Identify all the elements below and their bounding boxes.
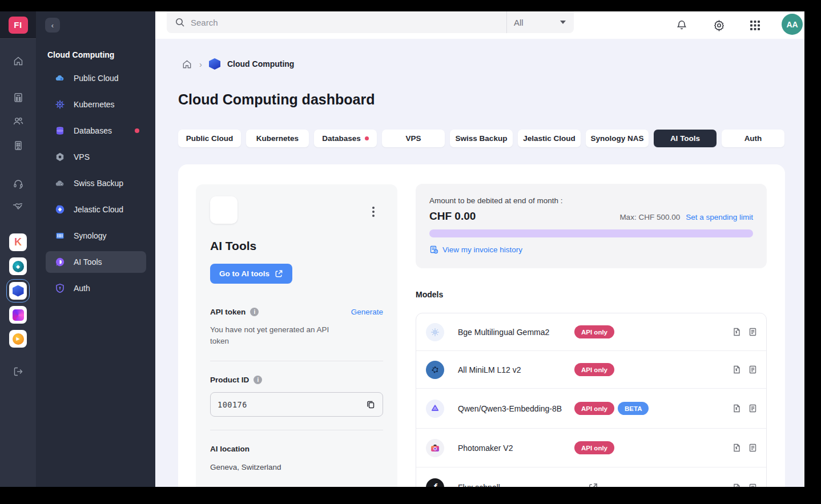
tab-ai-tools[interactable]: AI Tools (654, 130, 717, 147)
doc-lines-icon[interactable] (748, 327, 758, 337)
product-id-input[interactable] (218, 400, 366, 409)
sidebar-item-kubernetes[interactable]: Kubernetes (46, 94, 146, 115)
doc-pricing-icon[interactable] (732, 404, 742, 413)
notification-dot (365, 136, 369, 140)
home-icon[interactable] (0, 53, 36, 70)
model-actions (732, 365, 758, 374)
streaming-icon: ▶ (13, 333, 24, 345)
model-row[interactable]: Qwen/Qwen3-Embedding-8B API only BETA (416, 389, 766, 429)
breadcrumb-home-icon[interactable] (182, 59, 192, 70)
billing-amount-label: Amount to be debited at end of month : (429, 196, 753, 205)
model-row[interactable]: Bge Multilingual Gemma2 API only (416, 313, 766, 351)
external-link-icon[interactable] (588, 482, 598, 487)
doc-pricing-icon[interactable] (732, 365, 742, 374)
api-only-badge: API only (574, 441, 614, 454)
product-name: AI Tools (210, 239, 383, 253)
app-tile-ksuite[interactable]: K (9, 233, 27, 251)
sidebar-item-ai-tools[interactable]: AI Tools (46, 251, 146, 273)
app-tile-cloud-computing[interactable] (9, 282, 27, 300)
sidebar-title: Cloud Computing (47, 50, 155, 59)
doc-pricing-icon[interactable] (732, 483, 742, 487)
tab-jelastic-cloud[interactable]: Jelastic Cloud (518, 130, 581, 147)
models-heading: Models (416, 290, 443, 299)
sidebar-item-databases[interactable]: Databases (46, 120, 146, 142)
app-tile-drive[interactable]: ◆ (9, 257, 27, 275)
handshake-icon[interactable] (0, 197, 36, 215)
app-tile-streaming[interactable]: ▶ (9, 330, 27, 348)
model-actions (732, 443, 758, 453)
breadcrumb-section[interactable]: Cloud Computing (227, 59, 294, 68)
screen: FI K ◆ ▶ ‹ Cloud Compu (0, 0, 821, 504)
sidebar-item-public-cloud[interactable]: Public Cloud (46, 67, 146, 89)
sidebar-item-label: Kubernetes (74, 100, 115, 109)
doc-lines-icon[interactable] (748, 404, 758, 413)
doc-pricing-icon[interactable] (732, 327, 742, 337)
link-label: View my invoice history (442, 245, 522, 254)
vps-icon (55, 152, 65, 162)
product-id-label: Product ID (210, 376, 249, 384)
divider (210, 361, 383, 361)
view-invoice-history-link[interactable]: View my invoice history (429, 245, 753, 254)
tab-vps[interactable]: VPS (382, 130, 445, 147)
info-icon[interactable]: i (253, 376, 262, 384)
model-row[interactable]: Photomaker V2 API only (416, 429, 766, 467)
tab-auth[interactable]: Auth (722, 130, 784, 147)
sidebar-item-auth[interactable]: Auth (46, 277, 146, 299)
sidebar-item-label: Auth (74, 284, 90, 293)
model-name: All MiniLM L12 v2 (458, 364, 574, 376)
tab-swiss-backup[interactable]: Swiss Backup (450, 130, 513, 147)
building-icon[interactable] (0, 137, 36, 154)
sidebar-item-jelastic-cloud[interactable]: Jelastic Cloud (46, 199, 146, 220)
sidebar-item-vps[interactable]: VPS (46, 146, 146, 168)
gear-icon (713, 19, 725, 31)
model-avatar-qwen (426, 400, 444, 418)
model-row[interactable]: f Flux schnell (416, 467, 766, 487)
logout-icon[interactable] (0, 363, 36, 380)
tab-public-cloud[interactable]: Public Cloud (178, 130, 241, 147)
tab-label: Swiss Backup (456, 134, 508, 143)
api-token-row: API token i Generate (210, 308, 383, 316)
tab-databases[interactable]: Databases (314, 130, 377, 147)
sidebar-item-synology[interactable]: Synology (46, 225, 146, 247)
notification-dot (135, 128, 139, 133)
copy-button[interactable] (366, 400, 376, 409)
set-spending-limit-link[interactable]: Set a spending limit (686, 213, 753, 221)
user-avatar[interactable]: AA (782, 14, 803, 35)
kebab-menu-button[interactable] (370, 204, 377, 219)
invoice-icon (429, 245, 438, 254)
info-icon[interactable]: i (250, 308, 259, 316)
model-row[interactable]: All MiniLM L12 v2 API only (416, 351, 766, 389)
copy-icon (366, 400, 376, 409)
search-input[interactable] (191, 18, 506, 27)
brand-logo[interactable]: FI (9, 17, 28, 34)
billing-amount: CHF 0.00 (429, 210, 476, 223)
model-avatar-photomaker (426, 439, 444, 457)
search-scope-dropdown[interactable]: All (506, 11, 574, 33)
app-launcher-button[interactable] (746, 17, 763, 34)
breadcrumb: › Cloud Computing (182, 58, 294, 70)
go-to-ai-tools-button[interactable]: Go to AI tools (210, 264, 292, 284)
api-only-badge: API only (574, 402, 614, 415)
settings-button[interactable] (710, 17, 727, 34)
api-token-empty-text: You have not yet generated an API token (210, 324, 341, 347)
tab-synology-nas[interactable]: Synology NAS (586, 130, 649, 147)
collapse-sidebar-button[interactable]: ‹ (45, 18, 60, 33)
doc-pricing-icon[interactable] (732, 443, 742, 453)
notifications-button[interactable] (673, 17, 690, 34)
divider (210, 430, 383, 430)
api-token-label: API token (210, 308, 246, 316)
app-tile-meet[interactable] (9, 306, 27, 324)
sidebar-item-swiss-backup[interactable]: Swiss Backup (46, 172, 146, 194)
headset-icon[interactable] (0, 175, 36, 192)
calculator-icon[interactable] (0, 89, 36, 106)
doc-lines-icon[interactable] (748, 443, 758, 453)
drive-icon: ◆ (13, 261, 24, 272)
doc-lines-icon[interactable] (748, 365, 758, 374)
sidebar-item-label: Public Cloud (74, 74, 119, 83)
doc-lines-icon[interactable] (748, 483, 758, 487)
tab-kubernetes[interactable]: Kubernetes (246, 130, 309, 147)
external-link-icon (275, 269, 283, 278)
users-icon[interactable] (0, 112, 36, 130)
generate-token-link[interactable]: Generate (351, 308, 383, 316)
billing-panel: Amount to be debited at end of month : C… (416, 184, 767, 268)
